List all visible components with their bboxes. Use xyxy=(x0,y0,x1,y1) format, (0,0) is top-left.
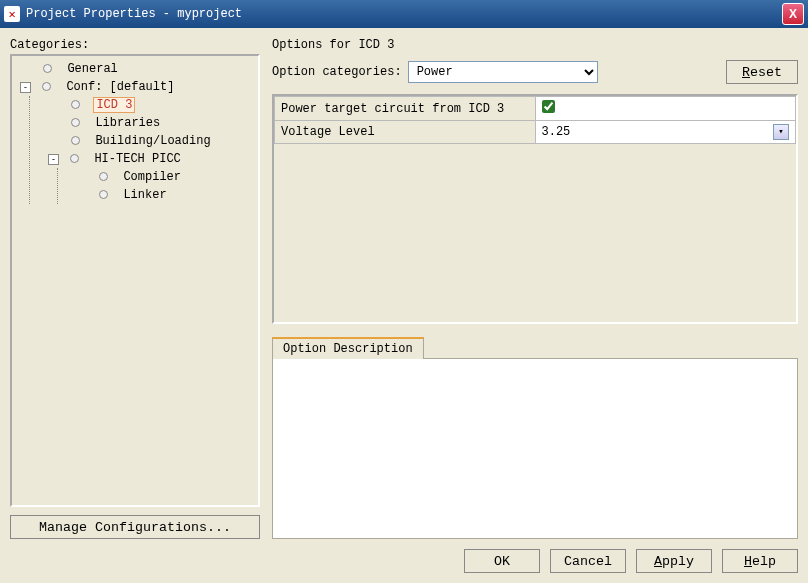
option-row-power-target: Power target circuit from ICD 3 xyxy=(275,97,796,121)
power-target-checkbox[interactable] xyxy=(542,100,555,113)
bullet-icon xyxy=(71,136,80,145)
help-button[interactable]: Help xyxy=(722,549,798,573)
app-icon: ✕ xyxy=(4,6,20,22)
tree-node-conf[interactable]: Conf: [default] xyxy=(64,80,176,94)
bullet-icon xyxy=(99,190,108,199)
ok-button[interactable]: OK xyxy=(464,549,540,573)
categories-tree[interactable]: General - Conf: [default] ICD 3 xyxy=(10,54,260,507)
cancel-button[interactable]: Cancel xyxy=(550,549,626,573)
tree-node-hitech[interactable]: HI-TECH PICC xyxy=(92,152,182,166)
collapse-icon[interactable]: - xyxy=(20,82,31,93)
tab-option-description[interactable]: Option Description xyxy=(272,337,424,359)
option-categories-label: Option categories: xyxy=(272,65,402,79)
tree-node-icd3[interactable]: ICD 3 xyxy=(93,97,135,113)
option-categories-select[interactable]: Power xyxy=(408,61,598,83)
option-row-voltage: Voltage Level 3.25 ▾ xyxy=(275,121,796,144)
dialog-button-row: OK Cancel Apply Help xyxy=(10,539,798,573)
collapse-icon[interactable]: - xyxy=(48,154,59,165)
bullet-icon xyxy=(43,64,52,73)
bullet-icon xyxy=(71,100,80,109)
tab-strip: Option Description xyxy=(272,336,798,358)
options-table: Power target circuit from ICD 3 Voltage … xyxy=(272,94,798,324)
tree-node-general[interactable]: General xyxy=(65,62,119,76)
option-categories-row: Option categories: Power Reset xyxy=(272,60,798,84)
main-area: Categories: General - Conf: [default] xyxy=(10,38,798,539)
right-panel: Options for ICD 3 Option categories: Pow… xyxy=(272,38,798,539)
voltage-level-dropdown[interactable]: 3.25 ▾ xyxy=(542,124,790,140)
window-title: Project Properties - myproject xyxy=(26,7,782,21)
tree-node-linker[interactable]: Linker xyxy=(121,188,168,202)
option-description-area: Option Description xyxy=(272,336,798,539)
bullet-icon xyxy=(99,172,108,181)
close-icon: X xyxy=(789,7,797,21)
titlebar: ✕ Project Properties - myproject X xyxy=(0,0,808,28)
reset-button[interactable]: Reset xyxy=(726,60,798,84)
categories-label: Categories: xyxy=(10,38,260,52)
left-panel: Categories: General - Conf: [default] xyxy=(10,38,260,539)
tree-node-libraries[interactable]: Libraries xyxy=(93,116,162,130)
bullet-icon xyxy=(70,154,79,163)
window-body: Categories: General - Conf: [default] xyxy=(0,28,808,583)
options-for-label: Options for ICD 3 xyxy=(272,38,798,52)
manage-configurations-button[interactable]: Manage Configurations... xyxy=(10,515,260,539)
chevron-down-icon[interactable]: ▾ xyxy=(773,124,789,140)
bullet-icon xyxy=(71,118,80,127)
apply-button[interactable]: Apply xyxy=(636,549,712,573)
close-button[interactable]: X xyxy=(782,3,804,25)
option-label: Power target circuit from ICD 3 xyxy=(275,97,536,121)
tree-node-building-loading[interactable]: Building/Loading xyxy=(93,134,212,148)
tree-node-compiler[interactable]: Compiler xyxy=(121,170,183,184)
bullet-icon xyxy=(42,82,51,91)
option-label: Voltage Level xyxy=(275,121,536,144)
option-description-box xyxy=(272,358,798,539)
